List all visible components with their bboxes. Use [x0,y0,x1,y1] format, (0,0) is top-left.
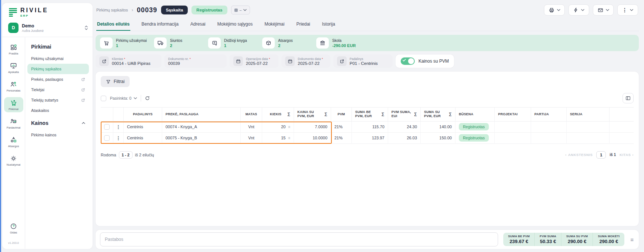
sum-icon[interactable]: ∑ [324,112,327,117]
col-suma-be-pvm[interactable]: SUMA BE PVM, EUR∑ [352,107,388,122]
row-kebab-icon[interactable]: ⋮ [116,135,121,141]
email-button[interactable] [593,4,614,16]
summary-card-pirkimu-uzsakymai[interactable]: Pirkimų užsakymai1 [100,37,149,49]
sales-icon [10,118,17,125]
sidebar-wrap: RIVILE ERP D Demo Aušra Juodienė [0,0,93,252]
sum-icon[interactable]: ∑ [414,112,417,117]
help-gidas[interactable]: Gidas [4,220,23,236]
summary-band: Pirkimų užsakymai1 Siuntos2 Didžioji kny… [96,35,639,51]
kainos-su-pvm-toggle[interactable]: Kainos su PVM [396,54,454,68]
lightning-icon [573,7,578,13]
notes-input[interactable] [100,232,498,246]
row-checkbox[interactable] [104,135,110,141]
row-checkbox[interactable] [104,124,110,130]
col-padalinys[interactable]: PADALINYS [124,107,162,122]
rail-item-apskaita[interactable]: Apskaita [4,60,23,75]
sidebar-item-pirkimu-uzsakymai[interactable]: Pirkimų užsakymai [27,53,89,64]
account-switcher[interactable]: D Demo Aušra Juodienė [2,20,93,37]
page-title: 00039 [137,6,157,14]
rail-item-atsargos[interactable]: Atsargos [4,134,23,149]
col-pvm[interactable]: PVM [331,107,352,122]
sidebar-menu: Pirkimai Pirkimų užsakymai Pirkimų sąska… [25,37,93,249]
col-projektai[interactable]: PROJEKTAI [495,107,531,122]
col-serija[interactable]: SERIJA [567,107,610,122]
refresh-button[interactable] [145,96,150,101]
sidebar-item-tiekejai[interactable]: Tiekėjai [27,84,89,95]
page-number[interactable]: 1 [596,151,606,159]
col-kiekis[interactable]: KIEKIS∑ [262,107,294,122]
document-fields: Klientas *00014 - UAB Pipiras Dokumento … [96,54,639,68]
tab-bendra-informacija[interactable]: Bendra informacija [141,20,179,31]
col-busena[interactable]: BŪSENA [456,107,495,122]
sidebar-item-ataskaitos[interactable]: Ataskaitos [27,105,89,116]
dokumento-nr-field[interactable]: Dokumento nr. *00039 [164,54,227,68]
rail-item-personalas[interactable]: Personalas [4,79,23,94]
sum-icon[interactable]: ∑ [381,112,384,117]
rail-item-pradzia[interactable]: Pradžia [4,42,23,57]
menu-section-kainos[interactable]: Kainos [27,119,89,130]
calendar-icon [285,56,295,66]
klientas-field[interactable]: Klientas *00014 - UAB Pipiras [96,54,161,68]
status-badge: Registruotas [191,6,227,14]
cell-matas: Vnt [241,133,262,144]
col-preke-paslauga[interactable]: PREKĖ, PASLAUGA [162,107,241,122]
actions-button[interactable] [568,4,589,16]
col-pvm-suma[interactable]: PVM SUMA, EUI∑ [388,107,421,122]
tab-mokejimo-salygos[interactable]: Mokėjimo sąlygos [217,20,253,31]
operacijos-data-field[interactable]: Operacijos data *2025-07-22 [230,54,278,68]
status-color-dropdown[interactable]: – [231,6,250,14]
lines-table: PADALINYS PREKĖ, PASLAUGA MATAS KIEKIS∑ … [101,107,634,144]
col-partija[interactable]: PARTIJA [531,107,567,122]
chevron-down-icon [630,9,633,11]
ledger-scroll-icon [208,37,221,49]
question-circle-icon [10,223,17,230]
totals-menu-icon[interactable]: ≡ [630,236,634,243]
table-row[interactable]: ⋮ Centrinis 00075 - Knyga_B Vnt 15≡ 10.0… [101,133,634,144]
selected-dropdown[interactable]: Pasirinkta: 0 [110,96,137,100]
select-all-checkbox[interactable] [101,96,106,101]
sum-icon[interactable]: ∑ [287,112,290,117]
tab-detalios-eilutes[interactable]: Detalios eilutės [96,20,130,31]
print-button[interactable] [544,4,565,16]
check-icon [403,59,406,62]
sum-icon[interactable]: ∑ [449,112,452,117]
prev-page-button[interactable]: ‹ANKSTESNIS [565,153,593,157]
padalinys-field[interactable]: PadalinysP01 - Centrinis [333,54,393,68]
quantity-detail-icon[interactable]: ≡ [288,136,290,140]
quantity-detail-icon[interactable]: ≡ [288,125,290,129]
rail-item-pirkimai[interactable]: Pirkimai [4,97,23,112]
summary-card-siuntos[interactable]: Siuntos2 [154,37,203,49]
color-swatch [234,9,238,12]
total-suma-su-pvm: SUMA SU PVM 290.00 € [561,233,593,246]
more-options-button[interactable]: ⋮ [617,4,638,16]
external-link-icon [337,56,347,66]
summary-card-skola[interactable]: Skola-290.00 EUR [316,37,372,49]
tab-mokejimai[interactable]: Mokėjimai [264,20,285,31]
col-suma-su-pvm[interactable]: SUMA SU PVM, EUR∑ [421,107,456,122]
breadcrumb[interactable]: Pirkimų sąskaitos [96,8,128,12]
header-menu-cell [113,107,124,122]
sidebar-item-tiekeju-sutartys[interactable]: Tiekėjų sutartys [27,95,89,105]
page-total-label: iš 1 [610,153,616,157]
filters-button[interactable]: Filtrai [101,76,130,87]
next-page-button[interactable]: KITAS› [620,153,634,157]
col-matas[interactable]: MATAS [241,107,262,122]
rail-item-pardavimai[interactable]: Pardavimai [4,116,23,131]
dokumento-data-field[interactable]: Dokumento data *2025-07-22 [281,54,330,68]
tab-adresai[interactable]: Adresai [190,20,206,31]
summary-card-didzioji-knyga[interactable]: Didžioji knyga1 [208,37,257,49]
col-kaina-su-pvm[interactable]: KAINA SU PVM, EUR∑ [294,107,331,122]
tab-istorija[interactable]: Istorija [321,20,336,31]
toggle-switch-on [401,57,415,65]
row-kebab-icon[interactable]: ⋮ [116,124,121,130]
kebab-icon: ⋮ [622,7,627,13]
tab-priedai[interactable]: Priedai [296,20,311,31]
sidebar-item-pirkimu-saskaitos[interactable]: Pirkimų sąskaitos [27,64,89,74]
sidebar-item-pirkimo-kainos[interactable]: Pirkimo kainos [27,130,89,140]
rail-item-nustatymai[interactable]: Nustatymai [4,153,23,168]
summary-card-atsargos[interactable]: Atsargos2 [262,37,311,49]
column-settings-button[interactable] [623,93,634,103]
table-row[interactable]: ⋮ Centrinis 00074 - Knyga_A Vnt 20≡ 7.00… [101,122,634,133]
col-filler [610,107,634,122]
sidebar-item-prekes-paslaugos[interactable]: Prekės, paslaugos [27,74,89,84]
